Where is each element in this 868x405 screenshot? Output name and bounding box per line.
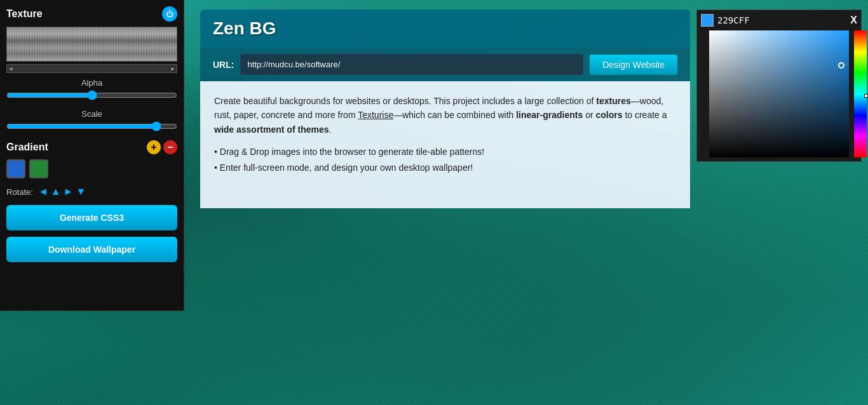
- scale-slider-container: Scale: [6, 109, 177, 134]
- color-gradient-area[interactable]: [709, 30, 849, 157]
- texture-title: Texture: [6, 8, 43, 20]
- color-picker-close-button[interactable]: X: [850, 15, 857, 26]
- url-row: URL: Design Website: [200, 48, 690, 81]
- url-label: URL:: [213, 60, 234, 70]
- rotate-arrows: ◄ ▲ ► ▼: [38, 186, 86, 197]
- color-picker-header: 229CFF X: [701, 14, 857, 27]
- texture-scrollbar[interactable]: [6, 64, 177, 73]
- add-gradient-button[interactable]: +: [147, 140, 161, 154]
- bullet-item-2: Enter full-screen mode, and design your …: [214, 160, 676, 176]
- rotate-right-icon[interactable]: ►: [64, 186, 74, 197]
- left-panel: Texture ⏻ Alpha Scale Gradient + − Rotat…: [0, 0, 184, 311]
- alpha-slider[interactable]: [6, 90, 177, 100]
- color-hex-display: 229CFF: [701, 14, 750, 27]
- generate-css3-button[interactable]: Generate CSS3: [6, 205, 177, 230]
- texture-preview[interactable]: [6, 27, 177, 62]
- hex-value-text: 229CFF: [717, 15, 750, 25]
- alpha-slider-container: Alpha: [6, 78, 177, 103]
- rotate-label: Rotate:: [6, 187, 33, 197]
- main-panel: Zen BG URL: Design Website Create beauti…: [200, 10, 690, 208]
- content-box: Create beautiful backgrounds for website…: [200, 81, 690, 208]
- gradient-header: Gradient + −: [6, 140, 177, 154]
- app-title: Zen BG: [213, 18, 276, 38]
- bullet-item-1: Drag & Drop images into the browser to g…: [214, 144, 676, 160]
- rotate-down-icon[interactable]: ▼: [76, 186, 86, 197]
- power-button[interactable]: ⏻: [162, 6, 177, 22]
- feature-list: Drag & Drop images into the browser to g…: [214, 144, 676, 176]
- color-picker-circle[interactable]: [838, 62, 844, 69]
- rainbow-indicator: [864, 94, 868, 98]
- design-website-button[interactable]: Design Website: [590, 55, 677, 75]
- scale-label: Scale: [6, 109, 177, 119]
- alpha-label: Alpha: [6, 78, 177, 88]
- url-input[interactable]: [240, 54, 583, 75]
- hex-color-swatch[interactable]: [701, 14, 714, 27]
- rotate-left-icon[interactable]: ◄: [38, 186, 48, 197]
- color-swatches: [6, 159, 177, 178]
- color-swatch-green[interactable]: [29, 159, 48, 178]
- color-picker-panel: 229CFF X: [696, 10, 862, 162]
- rotate-up-icon[interactable]: ▲: [51, 186, 61, 197]
- color-gradient-wrapper: [709, 30, 849, 157]
- remove-gradient-button[interactable]: −: [163, 140, 177, 154]
- gradient-label: Gradient: [6, 142, 48, 153]
- texture-header: Texture ⏻: [6, 6, 177, 22]
- color-swatch-blue[interactable]: [6, 159, 25, 178]
- description-text: Create beautiful backgrounds for website…: [214, 94, 676, 136]
- rotate-row: Rotate: ◄ ▲ ► ▼: [6, 186, 177, 197]
- scale-slider[interactable]: [6, 121, 177, 131]
- app-title-bar: Zen BG: [200, 10, 690, 48]
- download-wallpaper-button[interactable]: Download Wallpaper: [6, 237, 177, 262]
- gradient-controls: + −: [147, 140, 177, 154]
